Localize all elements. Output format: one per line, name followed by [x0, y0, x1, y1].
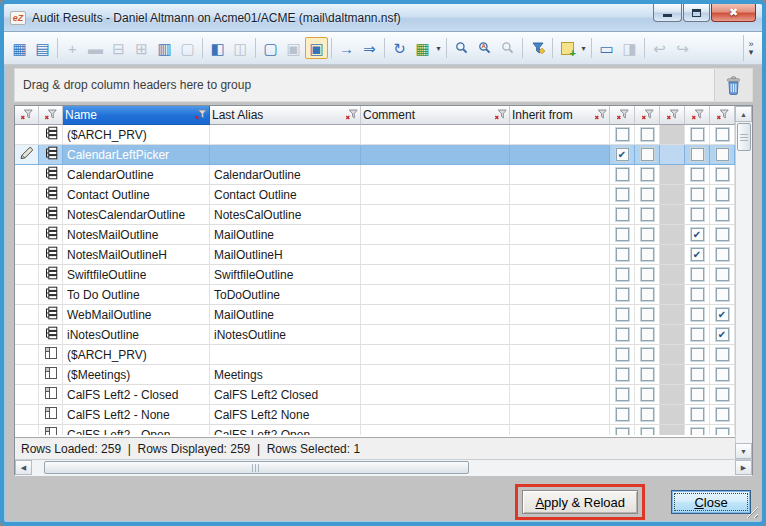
- filter-icon[interactable]: [20, 109, 33, 121]
- zoom-font-icon[interactable]: A: [473, 37, 496, 59]
- column-header-inherit[interactable]: Inherit from: [510, 106, 610, 125]
- undo-view-icon[interactable]: ↩: [648, 37, 671, 59]
- checkbox[interactable]: ✔: [716, 328, 729, 341]
- table-row[interactable]: CalFS Left2 - ClosedCalFS Left2 Closed: [15, 385, 735, 405]
- scroll-down-button[interactable]: ▼: [735, 443, 752, 459]
- checkbox[interactable]: [616, 248, 629, 261]
- column-header-cb1[interactable]: [610, 106, 635, 125]
- checkbox[interactable]: [641, 168, 654, 181]
- refresh-view-icon[interactable]: ↻: [388, 37, 411, 59]
- checkbox[interactable]: [691, 308, 704, 321]
- checkbox[interactable]: [691, 428, 704, 435]
- expand-columns-icon[interactable]: ⊟: [107, 37, 130, 59]
- column-header-cb3[interactable]: [685, 106, 710, 125]
- add-note-icon[interactable]: [556, 37, 579, 59]
- filter-icon[interactable]: [345, 109, 358, 121]
- column-header-comment[interactable]: Comment: [361, 106, 510, 125]
- checkbox[interactable]: [641, 148, 654, 161]
- checkbox[interactable]: [716, 188, 729, 201]
- checkbox[interactable]: [691, 328, 704, 341]
- checkbox[interactable]: ✔: [616, 148, 629, 161]
- checkbox[interactable]: [616, 328, 629, 341]
- checkbox[interactable]: [641, 328, 654, 341]
- checkbox[interactable]: [616, 268, 629, 281]
- export-icon[interactable]: →: [335, 37, 358, 59]
- checkbox[interactable]: [616, 208, 629, 221]
- column-header-gap[interactable]: [660, 106, 685, 125]
- merge-rows-icon[interactable]: ▬: [84, 37, 107, 59]
- filter-icon[interactable]: [666, 109, 679, 121]
- table-row[interactable]: iNotesOutlineiNotesOutline✔: [15, 325, 735, 345]
- checkbox[interactable]: ✔: [716, 308, 729, 321]
- filter-icon[interactable]: [691, 109, 704, 121]
- column-arrange-icon[interactable]: ▥: [153, 37, 176, 59]
- checkbox[interactable]: [641, 348, 654, 361]
- checkbox[interactable]: [616, 388, 629, 401]
- close-window-button[interactable]: ✖: [711, 4, 756, 22]
- horizontal-scroll-thumb[interactable]: [44, 461, 469, 474]
- table-row[interactable]: ($Meetings)Meetings: [15, 365, 735, 385]
- checkbox[interactable]: [716, 148, 729, 161]
- checkbox[interactable]: [691, 148, 704, 161]
- checkbox[interactable]: [716, 168, 729, 181]
- zoom-select-icon[interactable]: [450, 37, 473, 59]
- redo-view-icon[interactable]: ↪: [671, 37, 694, 59]
- copy-view-icon[interactable]: ▣: [305, 37, 328, 59]
- close-button[interactable]: Close: [671, 490, 751, 514]
- split-column-icon[interactable]: ◫: [229, 37, 252, 59]
- checkbox[interactable]: [691, 128, 704, 141]
- checkbox[interactable]: [691, 408, 704, 421]
- checkbox[interactable]: [716, 228, 729, 241]
- checkbox[interactable]: [616, 428, 629, 435]
- table-row[interactable]: ($ARCH_PRV): [15, 125, 735, 145]
- column-header-icon[interactable]: [39, 106, 63, 125]
- checkbox[interactable]: [616, 288, 629, 301]
- column-header-name[interactable]: Name: [63, 106, 210, 125]
- checkbox[interactable]: [691, 348, 704, 361]
- filter-icon[interactable]: [641, 109, 654, 121]
- checkbox[interactable]: [691, 268, 704, 281]
- table-row[interactable]: SwiftfileOutlineSwiftfileOutline: [15, 265, 735, 285]
- checkbox[interactable]: [691, 368, 704, 381]
- column-header-alias[interactable]: Last Alias: [210, 106, 361, 125]
- checkbox[interactable]: [691, 288, 704, 301]
- checkbox[interactable]: [641, 428, 654, 435]
- checkbox[interactable]: [691, 188, 704, 201]
- group-by-bar[interactable]: Drag & drop column headers here to group: [14, 68, 753, 102]
- checkbox[interactable]: [641, 408, 654, 421]
- column-header-cb2[interactable]: [635, 106, 660, 125]
- view-marks-icon-dropdown[interactable]: ▾: [434, 37, 443, 59]
- table-row[interactable]: To Do OutlineToDoOutline: [15, 285, 735, 305]
- checkbox[interactable]: [716, 248, 729, 261]
- checkbox[interactable]: [641, 188, 654, 201]
- checkbox[interactable]: [641, 368, 654, 381]
- table-row[interactable]: CalendarOutlineCalendarOutline: [15, 165, 735, 185]
- toolbar-overflow-button[interactable]: »▾: [743, 35, 758, 61]
- checkbox[interactable]: [716, 268, 729, 281]
- checkbox[interactable]: [616, 308, 629, 321]
- table-row[interactable]: NotesMailOutlineMailOutline✔: [15, 225, 735, 245]
- scroll-right-button[interactable]: ▶: [735, 460, 752, 475]
- zoom-out-icon[interactable]: [496, 37, 519, 59]
- checkbox[interactable]: [691, 168, 704, 181]
- filter-rows-icon[interactable]: [526, 37, 549, 59]
- checkbox[interactable]: [616, 188, 629, 201]
- checkbox[interactable]: [716, 428, 729, 435]
- checkbox[interactable]: ✔: [691, 248, 704, 261]
- copy-icon[interactable]: ▣: [282, 37, 305, 59]
- collapse-columns-icon[interactable]: ⊞: [130, 37, 153, 59]
- table-row[interactable]: CalendarLeftPicker✔: [15, 145, 735, 165]
- checkbox[interactable]: [641, 228, 654, 241]
- table-row[interactable]: NotesMailOutlineHMailOutlineH✔: [15, 245, 735, 265]
- collapse-field-icon[interactable]: ◨: [618, 37, 641, 59]
- filter-icon[interactable]: [716, 109, 729, 121]
- minimize-button[interactable]: [653, 4, 682, 22]
- vertical-scroll-thumb[interactable]: [737, 123, 751, 151]
- checkbox[interactable]: [616, 348, 629, 361]
- column-header-sel[interactable]: [15, 106, 39, 125]
- checkbox[interactable]: [641, 288, 654, 301]
- table-row[interactable]: WebMailOutlineMailOutline✔: [15, 305, 735, 325]
- checkbox[interactable]: [716, 388, 729, 401]
- checkbox[interactable]: [616, 228, 629, 241]
- checkbox[interactable]: [716, 288, 729, 301]
